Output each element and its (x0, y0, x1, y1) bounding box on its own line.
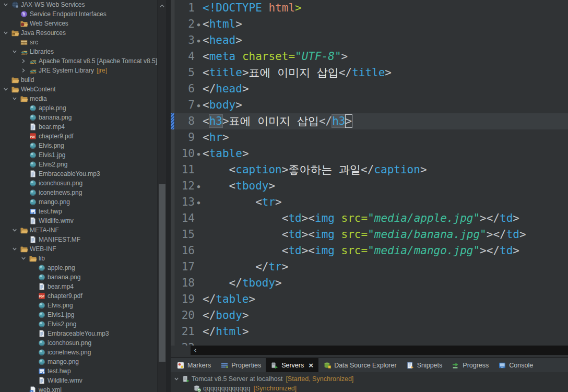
fold-marker-icon[interactable]: ● (195, 195, 203, 211)
tree-item-build[interactable]: build (0, 75, 157, 85)
tab-data-source-explorer[interactable]: Data Source Explorer (318, 358, 401, 372)
code-line-17[interactable]: 17 </tr> (175, 259, 568, 275)
tree-item-apple-png[interactable]: apple.png (0, 103, 157, 113)
line-number[interactable]: 11 (175, 162, 195, 178)
sidebar-vertical-scrollbar[interactable] (157, 0, 166, 392)
close-icon[interactable]: × (308, 361, 314, 369)
tree-item-meta-inf[interactable]: META-INF (0, 225, 157, 235)
scrollbar-thumb[interactable] (159, 184, 165, 362)
tree-item-service-endpoint-interfaces[interactable]: Service Endpoint Interfaces (0, 9, 157, 19)
scroll-left-icon[interactable]: ‹ (191, 347, 197, 354)
line-number[interactable]: 5 (175, 65, 195, 81)
annotation-ruler[interactable] (171, 0, 174, 346)
fold-marker-icon[interactable]: ● (195, 98, 203, 114)
code-line-7[interactable]: 7●<body> (175, 97, 568, 113)
servers-view[interactable]: Tomcat v8.5 Server at localhost[Started,… (171, 372, 568, 392)
tree-item-chapter9-pdf[interactable]: PDFchapter9.pdf (0, 291, 157, 301)
line-number[interactable]: 2 (175, 16, 195, 32)
tree-item-web-services[interactable]: Web Services (0, 19, 157, 28)
line-number[interactable]: 16 (175, 243, 195, 259)
code-line-15[interactable]: 15 <td><img src="media/banana.jpg"></td> (175, 227, 568, 243)
fold-marker-icon[interactable]: ● (195, 179, 203, 195)
code-line-13[interactable]: 13● <tr> (175, 194, 568, 210)
tree-item-embraceableyou-mp3[interactable]: EmbraceableYou.mp3 (0, 329, 157, 338)
code-line-8[interactable]: 8<h3>표에 이미지 삽입</h3> (175, 113, 568, 129)
line-number[interactable]: 8 (175, 113, 195, 129)
tree-item-iconetnews-png[interactable]: iconetnews.png (0, 188, 157, 197)
chevron-down-icon[interactable] (12, 96, 20, 101)
tree-item-apache-tomcat-v8-5-apache-tomcat-v8-5-[interactable]: Apache Tomcat v8.5 [Apache Tomcat v8.5] (0, 56, 157, 66)
line-number[interactable]: 3 (175, 32, 195, 49)
tab-markers[interactable]: Markers (172, 358, 216, 372)
tree-item-elvis-png[interactable]: Elvis.png (0, 141, 157, 150)
code-line-16[interactable]: 16 <td><img src="media/mango.jpg"></td> (175, 243, 568, 259)
tab-servers[interactable]: Servers× (266, 358, 318, 372)
line-number[interactable]: 10 (175, 146, 195, 162)
chevron-down-icon[interactable] (12, 246, 20, 252)
line-number[interactable]: 21 (175, 324, 195, 340)
line-number[interactable]: 12 (175, 178, 195, 194)
tree-item-src[interactable]: src (0, 38, 157, 47)
tree-item-java-resources[interactable]: Java Resources (0, 28, 157, 38)
tab-snippets[interactable]: Snippets (401, 358, 447, 372)
line-number[interactable]: 19 (175, 291, 195, 307)
code-line-22[interactable]: 22 (175, 340, 568, 346)
line-number[interactable]: 13 (175, 194, 195, 210)
chevron-down-icon[interactable] (3, 30, 11, 35)
tree-item-wildlife-wmv[interactable]: Wildlife.wmv (0, 376, 157, 385)
tree-item-web-xml[interactable]: xweb.xml (0, 385, 157, 392)
tree-item-webcontent[interactable]: WebContent (0, 85, 157, 94)
scroll-up-icon[interactable] (159, 2, 165, 11)
panel-divider[interactable] (166, 0, 171, 392)
fold-marker-icon[interactable]: ● (195, 33, 203, 49)
fold-marker-icon[interactable]: ● (195, 17, 203, 33)
code-line-12[interactable]: 12● <tbody> (175, 178, 568, 194)
tree-item-iconchosun-png[interactable]: iconchosun.png (0, 179, 157, 188)
code-line-14[interactable]: 14 <td><img src="media/apple.jpg"></td> (175, 210, 568, 227)
tree-item-iconchosun-png[interactable]: iconchosun.png (0, 338, 157, 348)
chevron-down-icon[interactable] (3, 87, 11, 92)
tree-item-elvis1-jpg[interactable]: Elvis1.jpg (0, 310, 157, 319)
tree-item-elvis1-jpg[interactable]: Elvis1.jpg (0, 150, 157, 160)
code-line-3[interactable]: 3●<head> (175, 32, 568, 49)
tree-item-banana-png[interactable]: banana.png (0, 272, 157, 282)
tree-item-mango-png[interactable]: mango.png (0, 357, 157, 366)
chevron-right-icon[interactable] (21, 68, 29, 73)
code-line-9[interactable]: 9<hr> (175, 129, 568, 146)
chevron-down-icon[interactable] (174, 376, 182, 382)
tree-item-wildlife-wmv[interactable]: Wildlife.wmv (0, 216, 157, 225)
chevron-down-icon[interactable] (12, 228, 20, 233)
tree-item-elvis2-png[interactable]: Elvis2.png (0, 160, 157, 169)
code-line-11[interactable]: 11 <caption>좋아하는 과일</caption> (175, 162, 568, 178)
chevron-down-icon[interactable] (21, 256, 29, 261)
line-number[interactable]: 9 (175, 129, 195, 146)
tree-item-manifest-mf[interactable]: MANIFEST.MF (0, 235, 157, 244)
code-editor[interactable]: 1<!DOCTYPE html>2●<html>3●<head>4<meta c… (171, 0, 568, 346)
tree-item-elvis-png[interactable]: Elvis.png (0, 301, 157, 310)
line-number[interactable]: 7 (175, 97, 195, 113)
tree-item-jre-system-library[interactable]: JRE System Library[jre] (0, 66, 157, 75)
chevron-down-icon[interactable] (12, 49, 20, 54)
tab-console[interactable]: Console (493, 358, 538, 372)
code-line-19[interactable]: 19</table> (175, 291, 568, 307)
horizontal-scrollbar[interactable]: ‹ (191, 346, 568, 355)
project-explorer-tree[interactable]: JAX-WS Web ServicesService Endpoint Inte… (0, 0, 157, 392)
line-number[interactable]: 14 (175, 210, 195, 227)
line-number[interactable]: 1 (175, 0, 195, 16)
chevron-down-icon[interactable] (3, 2, 11, 7)
fold-marker-icon[interactable]: ● (195, 146, 203, 162)
line-number[interactable]: 22 (175, 340, 195, 346)
code-line-5[interactable]: 5<title>표에 이미지 삽입</title> (175, 65, 568, 81)
tree-item-banana-png[interactable]: banana.png (0, 113, 157, 122)
code-line-21[interactable]: 21</html> (175, 324, 568, 340)
tree-item-libraries[interactable]: Libraries (0, 47, 157, 56)
code-line-10[interactable]: 10●<table> (175, 146, 568, 162)
tree-item-tomcat-v8-5-server-at-localhost[interactable]: Tomcat v8.5 Server at localhost[Started,… (171, 374, 568, 384)
tree-item-bear-mp4[interactable]: bear.mp4 (0, 122, 157, 132)
line-number[interactable]: 6 (175, 81, 195, 97)
tree-item-iconetnews-png[interactable]: iconetnews.png (0, 348, 157, 357)
tree-item-media[interactable]: media (0, 94, 157, 103)
code-line-6[interactable]: 6</head> (175, 81, 568, 97)
code-line-4[interactable]: 4<meta charset="UTF-8"> (175, 49, 568, 65)
chevron-right-icon[interactable] (21, 58, 29, 64)
